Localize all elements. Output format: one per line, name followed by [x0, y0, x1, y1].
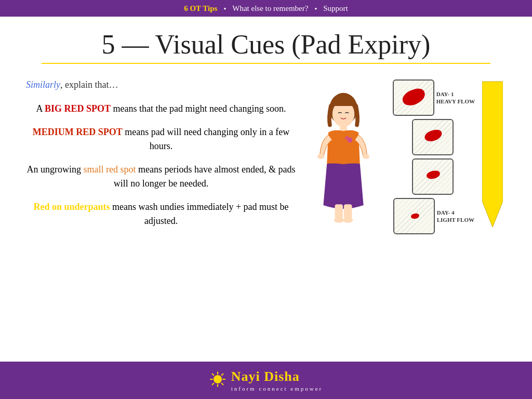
nav-dot-2: ●: [314, 6, 317, 11]
svg-line-20: [212, 383, 214, 385]
svg-point-4: [362, 154, 369, 159]
pads-column: DAY- 1HEAVY FLOW: [393, 79, 475, 234]
logo-container: Nayi Disha inform connect empower: [209, 369, 323, 392]
girl-figure: [304, 90, 388, 237]
content-row: Similarly, explain that… A BIG RED SPOT …: [21, 79, 511, 237]
pad-row-3: [412, 158, 456, 195]
svg-point-7: [334, 218, 343, 223]
pads-with-arrow: DAY- 1HEAVY FLOW: [393, 74, 506, 234]
pad-box-3: [412, 158, 454, 195]
pad-box-2: [412, 119, 454, 155]
tip1-highlight: BIG RED SPOT: [45, 103, 111, 114]
main-content: 5 — Visual Cues (Pad Expiry) Similarly, …: [0, 17, 532, 370]
svg-line-18: [221, 383, 223, 385]
bottom-bar: Nayi Disha inform connect empower: [0, 362, 532, 399]
nav-item-2[interactable]: What else to remember?: [232, 4, 308, 13]
tip-4: Red on underpants means wash undies imme…: [26, 200, 296, 228]
svg-line-17: [212, 374, 214, 376]
tip-3: An ungrowing small red spot means period…: [26, 163, 296, 191]
similarly-word: Similarly: [26, 79, 60, 90]
pad-box-4: [393, 198, 435, 234]
svg-line-19: [221, 374, 223, 376]
logo-nai: Nayi: [231, 369, 260, 384]
pad-row-1: DAY- 1HEAVY FLOW: [393, 79, 475, 116]
logo-area: Nayi Disha inform connect empower: [209, 369, 323, 392]
nav-item-3[interactable]: Support: [323, 4, 348, 13]
svg-rect-5: [335, 204, 342, 219]
svg-rect-6: [344, 204, 352, 219]
title-divider: [42, 63, 490, 64]
pad-row-4: DAY- 4LIGHT FLOW: [393, 198, 474, 234]
svg-point-12: [214, 375, 222, 383]
blood-spot-3: [426, 170, 441, 180]
tip-1: A BIG RED SPOT means that the pad might …: [26, 102, 296, 116]
nav-dot-1: ●: [223, 6, 226, 11]
blood-spot-1: [400, 86, 427, 108]
nav-item-active[interactable]: 6 OT Tips: [184, 4, 217, 13]
top-navigation: 6 OT Tips ● What else to remember? ● Sup…: [0, 0, 532, 17]
logo-name: Nayi Disha: [231, 369, 323, 384]
logo-disha: Disha: [264, 369, 300, 384]
right-illustration: DAY- 1HEAVY FLOW: [304, 74, 506, 237]
logo-text: Nayi Disha inform connect empower: [231, 369, 323, 392]
pad-label-1: DAY- 1HEAVY FLOW: [436, 90, 475, 105]
logo-tagline: inform connect empower: [231, 385, 323, 392]
similarly-line: Similarly, explain that…: [26, 79, 296, 90]
tip3-highlight: small red spot: [84, 164, 136, 175]
svg-point-10: [345, 136, 349, 140]
blood-spot-4: [410, 213, 419, 219]
left-text-panel: Similarly, explain that… A BIG RED SPOT …: [26, 79, 296, 237]
page-title-section: 5 — Visual Cues (Pad Expiry): [21, 17, 511, 79]
yellow-arrow: [482, 76, 503, 232]
svg-point-8: [343, 218, 353, 223]
pad-row-2: [412, 119, 456, 155]
sun-icon: [209, 371, 226, 390]
blood-spot-2: [423, 128, 443, 143]
tip2-highlight: MEDIUM RED SPOT: [33, 127, 123, 137]
pad-box-1: [393, 79, 434, 116]
tip4-highlight: Red on underpants: [33, 202, 110, 212]
tip-2: MEDIUM RED SPOT means pad will need chan…: [26, 125, 296, 153]
pad-label-4: DAY- 4LIGHT FLOW: [437, 209, 474, 224]
svg-marker-11: [482, 82, 503, 227]
page-title: 5 — Visual Cues (Pad Expiry): [21, 29, 511, 60]
similarly-rest: , explain that…: [60, 79, 118, 90]
svg-point-3: [317, 154, 325, 159]
